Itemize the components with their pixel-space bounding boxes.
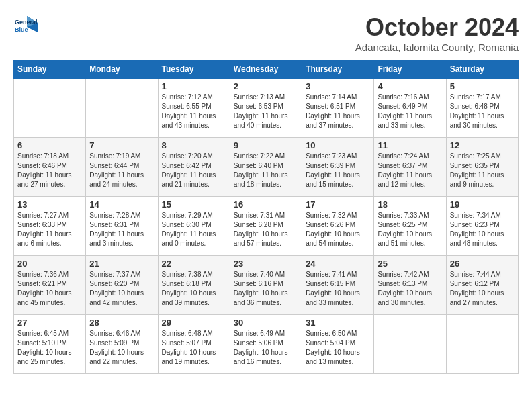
day-info: Sunrise: 7:27 AM Sunset: 6:33 PM Dayligh… — [17, 211, 82, 248]
weekday-header-wednesday: Wednesday — [230, 60, 302, 79]
day-info: Sunrise: 7:12 AM Sunset: 6:55 PM Dayligh… — [162, 93, 226, 130]
calendar-cell: 21Sunrise: 7:37 AM Sunset: 6:20 PM Dayli… — [86, 256, 158, 315]
calendar-cell: 25Sunrise: 7:42 AM Sunset: 6:13 PM Dayli… — [374, 256, 446, 315]
month-title: October 2024 — [355, 13, 519, 42]
day-number: 27 — [17, 318, 82, 328]
calendar-cell: 2Sunrise: 7:13 AM Sunset: 6:53 PM Daylig… — [230, 79, 302, 138]
day-number: 2 — [234, 81, 298, 91]
day-number: 28 — [89, 318, 154, 328]
calendar-cell: 7Sunrise: 7:19 AM Sunset: 6:44 PM Daylig… — [86, 138, 158, 197]
day-info: Sunrise: 7:29 AM Sunset: 6:30 PM Dayligh… — [162, 211, 226, 248]
day-info: Sunrise: 6:48 AM Sunset: 5:07 PM Dayligh… — [162, 329, 226, 367]
day-number: 14 — [89, 199, 154, 210]
day-info: Sunrise: 7:42 AM Sunset: 6:13 PM Dayligh… — [378, 270, 442, 308]
calendar-cell — [446, 315, 518, 374]
day-info: Sunrise: 7:36 AM Sunset: 6:21 PM Dayligh… — [17, 270, 82, 308]
day-info: Sunrise: 7:13 AM Sunset: 6:53 PM Dayligh… — [234, 93, 298, 130]
day-number: 21 — [89, 259, 154, 269]
weekday-header-thursday: Thursday — [302, 60, 374, 79]
calendar-cell: 20Sunrise: 7:36 AM Sunset: 6:21 PM Dayli… — [14, 256, 86, 315]
day-number: 3 — [306, 81, 370, 91]
week-row-1: 1Sunrise: 7:12 AM Sunset: 6:55 PM Daylig… — [14, 79, 519, 138]
day-info: Sunrise: 6:50 AM Sunset: 5:04 PM Dayligh… — [306, 329, 370, 367]
weekday-header-tuesday: Tuesday — [158, 60, 230, 79]
calendar-cell: 6Sunrise: 7:18 AM Sunset: 6:46 PM Daylig… — [14, 138, 86, 197]
day-info: Sunrise: 7:41 AM Sunset: 6:15 PM Dayligh… — [306, 270, 370, 308]
logo-icon: General Blue — [13, 13, 38, 38]
day-info: Sunrise: 7:19 AM Sunset: 6:44 PM Dayligh… — [89, 152, 154, 189]
day-info: Sunrise: 7:37 AM Sunset: 6:20 PM Dayligh… — [89, 270, 154, 308]
day-info: Sunrise: 7:24 AM Sunset: 6:37 PM Dayligh… — [378, 152, 442, 189]
day-info: Sunrise: 7:22 AM Sunset: 6:40 PM Dayligh… — [234, 152, 298, 189]
calendar-cell: 15Sunrise: 7:29 AM Sunset: 6:30 PM Dayli… — [158, 197, 230, 256]
calendar-cell: 19Sunrise: 7:34 AM Sunset: 6:23 PM Dayli… — [446, 197, 518, 256]
calendar-cell: 11Sunrise: 7:24 AM Sunset: 6:37 PM Dayli… — [374, 138, 446, 197]
calendar-cell: 8Sunrise: 7:20 AM Sunset: 6:42 PM Daylig… — [158, 138, 230, 197]
day-info: Sunrise: 7:38 AM Sunset: 6:18 PM Dayligh… — [162, 270, 226, 308]
title-section: October 2024 Adancata, Ialomita County, … — [355, 13, 519, 53]
day-info: Sunrise: 6:49 AM Sunset: 5:06 PM Dayligh… — [234, 329, 298, 367]
day-info: Sunrise: 7:32 AM Sunset: 6:26 PM Dayligh… — [306, 211, 370, 248]
calendar-cell: 31Sunrise: 6:50 AM Sunset: 5:04 PM Dayli… — [302, 315, 374, 374]
calendar-cell — [86, 79, 158, 138]
day-number: 30 — [234, 318, 298, 328]
weekday-header-saturday: Saturday — [446, 60, 518, 79]
calendar-cell: 22Sunrise: 7:38 AM Sunset: 6:18 PM Dayli… — [158, 256, 230, 315]
weekday-header-friday: Friday — [374, 60, 446, 79]
calendar-cell: 5Sunrise: 7:17 AM Sunset: 6:48 PM Daylig… — [446, 79, 518, 138]
calendar-cell: 29Sunrise: 6:48 AM Sunset: 5:07 PM Dayli… — [158, 315, 230, 374]
page-header: General Blue October 2024 Adancata, Ialo… — [13, 13, 519, 53]
calendar-cell: 3Sunrise: 7:14 AM Sunset: 6:51 PM Daylig… — [302, 79, 374, 138]
calendar-cell: 4Sunrise: 7:16 AM Sunset: 6:49 PM Daylig… — [374, 79, 446, 138]
day-number: 4 — [378, 81, 442, 91]
weekday-header-sunday: Sunday — [14, 60, 86, 79]
calendar-cell: 9Sunrise: 7:22 AM Sunset: 6:40 PM Daylig… — [230, 138, 302, 197]
day-info: Sunrise: 7:33 AM Sunset: 6:25 PM Dayligh… — [378, 211, 442, 248]
weekday-header-monday: Monday — [86, 60, 158, 79]
day-info: Sunrise: 7:14 AM Sunset: 6:51 PM Dayligh… — [306, 93, 370, 130]
calendar-cell — [374, 315, 446, 374]
calendar-cell — [14, 79, 86, 138]
day-info: Sunrise: 7:44 AM Sunset: 6:12 PM Dayligh… — [450, 270, 515, 308]
day-number: 23 — [234, 259, 298, 269]
day-number: 1 — [162, 81, 226, 91]
calendar-cell: 14Sunrise: 7:28 AM Sunset: 6:31 PM Dayli… — [86, 197, 158, 256]
day-number: 6 — [17, 140, 82, 150]
day-number: 9 — [234, 140, 298, 150]
week-row-5: 27Sunrise: 6:45 AM Sunset: 5:10 PM Dayli… — [14, 315, 519, 374]
calendar-cell: 30Sunrise: 6:49 AM Sunset: 5:06 PM Dayli… — [230, 315, 302, 374]
day-number: 7 — [89, 140, 154, 150]
day-number: 20 — [17, 259, 82, 269]
day-number: 13 — [17, 199, 82, 210]
calendar-cell: 16Sunrise: 7:31 AM Sunset: 6:28 PM Dayli… — [230, 197, 302, 256]
week-row-4: 20Sunrise: 7:36 AM Sunset: 6:21 PM Dayli… — [14, 256, 519, 315]
weekday-header-row: SundayMondayTuesdayWednesdayThursdayFrid… — [14, 60, 519, 79]
calendar-cell: 1Sunrise: 7:12 AM Sunset: 6:55 PM Daylig… — [158, 79, 230, 138]
day-info: Sunrise: 7:28 AM Sunset: 6:31 PM Dayligh… — [89, 211, 154, 248]
calendar-cell: 13Sunrise: 7:27 AM Sunset: 6:33 PM Dayli… — [14, 197, 86, 256]
week-row-3: 13Sunrise: 7:27 AM Sunset: 6:33 PM Dayli… — [14, 197, 519, 256]
svg-text:General: General — [15, 19, 38, 26]
calendar-cell: 26Sunrise: 7:44 AM Sunset: 6:12 PM Dayli… — [446, 256, 518, 315]
day-number: 10 — [306, 140, 370, 150]
day-number: 15 — [162, 199, 226, 210]
day-number: 29 — [162, 318, 226, 328]
day-number: 18 — [378, 199, 442, 210]
svg-text:Blue: Blue — [15, 26, 28, 33]
subtitle: Adancata, Ialomita County, Romania — [355, 42, 519, 53]
calendar-cell: 10Sunrise: 7:23 AM Sunset: 6:39 PM Dayli… — [302, 138, 374, 197]
day-info: Sunrise: 7:31 AM Sunset: 6:28 PM Dayligh… — [234, 211, 298, 248]
day-number: 8 — [162, 140, 226, 150]
day-number: 26 — [450, 259, 515, 269]
day-number: 22 — [162, 259, 226, 269]
day-info: Sunrise: 6:46 AM Sunset: 5:09 PM Dayligh… — [89, 329, 154, 367]
calendar-cell: 12Sunrise: 7:25 AM Sunset: 6:35 PM Dayli… — [446, 138, 518, 197]
week-row-2: 6Sunrise: 7:18 AM Sunset: 6:46 PM Daylig… — [14, 138, 519, 197]
day-info: Sunrise: 7:40 AM Sunset: 6:16 PM Dayligh… — [234, 270, 298, 308]
day-info: Sunrise: 7:16 AM Sunset: 6:49 PM Dayligh… — [378, 93, 442, 130]
calendar-cell: 24Sunrise: 7:41 AM Sunset: 6:15 PM Dayli… — [302, 256, 374, 315]
calendar-cell: 18Sunrise: 7:33 AM Sunset: 6:25 PM Dayli… — [374, 197, 446, 256]
day-number: 16 — [234, 199, 298, 210]
day-number: 24 — [306, 259, 370, 269]
day-info: Sunrise: 7:18 AM Sunset: 6:46 PM Dayligh… — [17, 152, 82, 189]
